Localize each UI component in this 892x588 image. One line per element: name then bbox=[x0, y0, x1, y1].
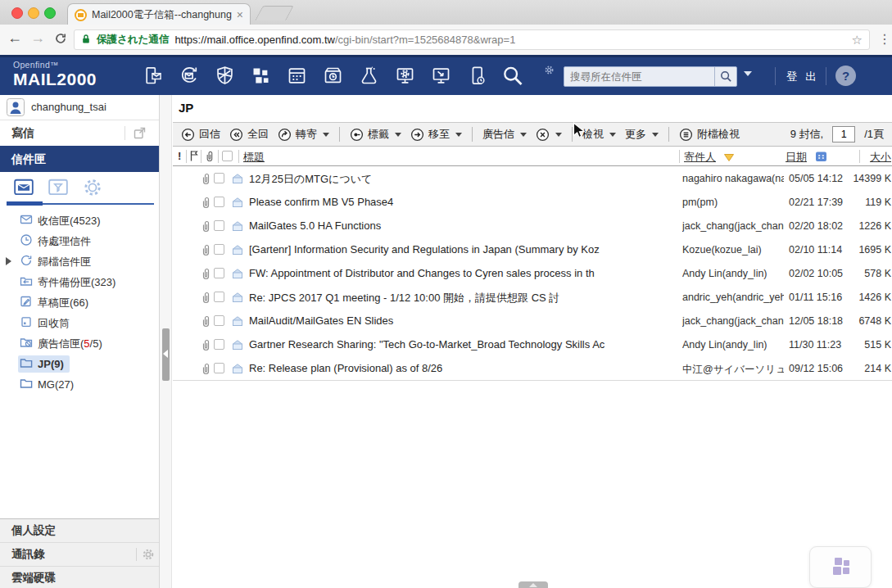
folder-item[interactable]: MG(27) bbox=[0, 375, 159, 396]
calendar-icon[interactable] bbox=[285, 64, 308, 87]
forward-button[interactable]: → bbox=[28, 29, 48, 47]
toolbar-button-附檔檢視[interactable]: 附檔檢視 bbox=[679, 127, 740, 142]
mail-row[interactable]: Re: Release plan (Provisional) as of 8/2… bbox=[173, 356, 892, 381]
mail-checkbox[interactable] bbox=[214, 244, 224, 255]
toolbar-button-檢視[interactable]: 檢視 bbox=[582, 127, 616, 142]
logout-button[interactable]: 登 出 bbox=[786, 70, 819, 84]
mobile-sync-icon[interactable] bbox=[465, 64, 488, 87]
folder-item[interactable]: 待處理信件 bbox=[0, 232, 159, 252]
app-blocks-icon[interactable] bbox=[249, 64, 272, 87]
column-subject[interactable]: 標題 bbox=[243, 150, 265, 165]
sidebar-item-personal-settings[interactable]: 個人設定 bbox=[0, 519, 159, 543]
contacts-settings-gear-icon[interactable] bbox=[142, 548, 155, 564]
folder-item[interactable]: 草稿匣(66) bbox=[0, 293, 159, 314]
archive-box-icon[interactable] bbox=[321, 64, 344, 87]
monitor-settings-icon[interactable] bbox=[393, 64, 416, 87]
compose-new-window-icon[interactable] bbox=[133, 126, 147, 143]
tab-folder-settings-icon[interactable] bbox=[82, 177, 103, 201]
toolbar-button-轉寄[interactable]: 轉寄 bbox=[278, 127, 329, 142]
mail-subject[interactable]: MailGates 5.0 HA Functions bbox=[249, 219, 671, 232]
back-button[interactable]: ← bbox=[5, 29, 25, 47]
tab-close-icon[interactable]: × bbox=[237, 9, 243, 20]
mail-checkbox[interactable] bbox=[214, 292, 224, 302]
mail-row[interactable]: MailGates 5.0 HA Functionsjack_chang(jac… bbox=[173, 214, 892, 238]
column-attachment-icon[interactable] bbox=[204, 150, 215, 165]
mail-subject[interactable]: Gartner Research Sharing: "Tech Go-to-Ma… bbox=[249, 338, 671, 351]
toolbar-button-delete[interactable] bbox=[536, 128, 562, 142]
webmail-icon[interactable] bbox=[141, 64, 164, 87]
mail-row[interactable]: MailAudit/MailGates EN Slidesjack_chang(… bbox=[173, 309, 892, 333]
mail-subject[interactable]: FW: Appointment of Distributor and Chang… bbox=[249, 267, 671, 279]
settings-gear-icon[interactable] bbox=[537, 64, 560, 87]
window-close-button[interactable] bbox=[11, 7, 23, 19]
splitter-collapse-handle[interactable] bbox=[162, 328, 170, 381]
mail-subject[interactable]: Please confirm MB V5 Phase4 bbox=[249, 196, 671, 208]
window-zoom-button[interactable] bbox=[44, 7, 56, 19]
mail-checkbox[interactable] bbox=[214, 173, 224, 183]
column-priority[interactable]: ! bbox=[178, 150, 181, 162]
mail-row[interactable]: [Gartenr] Information Security and Regul… bbox=[173, 237, 892, 262]
mail-row[interactable]: Gartner Research Sharing: "Tech Go-to-Ma… bbox=[173, 332, 892, 357]
mail-subject[interactable]: Re: JPCS 2017 Q1 meeting - 1/12 10:00 開始… bbox=[249, 291, 671, 305]
sidebar-item-cloud-drive[interactable]: 雲端硬碟 bbox=[0, 567, 159, 588]
mail-checkbox[interactable] bbox=[214, 339, 224, 350]
toolbar-button-更多[interactable]: 更多 bbox=[625, 127, 659, 142]
page-number-input[interactable] bbox=[832, 126, 855, 142]
toolbar-button-label: 附檔檢視 bbox=[697, 127, 740, 142]
mail-subject[interactable]: Re: Release plan (Provisional) as of 8/2… bbox=[249, 362, 671, 374]
tab-filter-folders-icon[interactable] bbox=[48, 177, 69, 201]
mail-subject[interactable]: 12月25日のMTGについて bbox=[249, 172, 671, 187]
search-options-caret-icon[interactable] bbox=[744, 71, 752, 76]
mail-checkbox[interactable] bbox=[214, 315, 224, 326]
date-calendar-icon[interactable] bbox=[815, 151, 827, 165]
folder-item[interactable]: JP(9) bbox=[0, 355, 159, 375]
security-shield-icon[interactable] bbox=[213, 64, 236, 87]
column-date[interactable]: 日期 bbox=[786, 150, 807, 165]
labs-flask-icon[interactable] bbox=[357, 64, 380, 87]
browser-menu-icon[interactable]: ⋮ bbox=[878, 31, 891, 47]
folder-item[interactable]: 寄件備份匣(323) bbox=[0, 273, 159, 293]
column-sender[interactable]: 寄件人 bbox=[684, 150, 716, 165]
bookmark-star-icon[interactable]: ☆ bbox=[852, 33, 863, 47]
monitor-share-icon[interactable] bbox=[429, 64, 452, 87]
mail-row[interactable]: Please confirm MB V5 Phase4pm(pm)02/21 1… bbox=[173, 190, 892, 215]
mail-row[interactable]: Re: JPCS 2017 Q1 meeting - 1/12 10:00 開始… bbox=[173, 285, 892, 310]
mail-row[interactable]: FW: Appointment of Distributor and Chang… bbox=[173, 261, 892, 286]
folder-item[interactable]: 回收筒 bbox=[0, 314, 159, 334]
mail-row[interactable]: 12月25日のMTGについてnagahiro nakagawa(nak05/05… bbox=[173, 166, 892, 191]
tab-mail-folders-icon[interactable] bbox=[13, 177, 34, 201]
search-submit-button[interactable] bbox=[714, 67, 736, 86]
mail-checkbox[interactable] bbox=[214, 363, 224, 373]
select-all-checkbox[interactable] bbox=[222, 151, 233, 161]
folder-item[interactable]: 收信匣(4523) bbox=[0, 211, 159, 232]
search-icon[interactable] bbox=[501, 64, 524, 87]
mail-sync-icon[interactable] bbox=[177, 64, 200, 87]
mail-subject[interactable]: MailAudit/MailGates EN Slides bbox=[249, 314, 671, 327]
column-size[interactable]: 大小 bbox=[870, 150, 891, 165]
toolbar-button-廣告信[interactable]: 廣告信 bbox=[482, 127, 527, 142]
mail-size: 14399 K bbox=[853, 173, 891, 184]
browser-tab[interactable]: Mail2000電子信箱--changhung × bbox=[67, 3, 251, 25]
mail-checkbox[interactable] bbox=[214, 197, 224, 207]
mail-subject[interactable]: [Gartenr] Information Security and Regul… bbox=[249, 243, 671, 256]
bottom-drawer-handle[interactable] bbox=[518, 581, 548, 588]
window-minimize-button[interactable] bbox=[28, 7, 39, 19]
toolbar-button-回信[interactable]: 回信 bbox=[181, 127, 220, 142]
help-icon[interactable]: ? bbox=[835, 66, 856, 86]
expand-arrow-icon[interactable] bbox=[6, 257, 11, 265]
new-tab-button[interactable] bbox=[255, 6, 294, 20]
toolbar-button-標籤[interactable]: 標籤 bbox=[350, 127, 401, 142]
toolbar-button-全回[interactable]: 全回 bbox=[229, 127, 269, 142]
toolbar-button-移至[interactable]: 移至 bbox=[410, 127, 462, 142]
mail-checkbox[interactable] bbox=[214, 220, 224, 231]
mail-checkbox[interactable] bbox=[214, 268, 224, 278]
compose-button[interactable]: 寫信 bbox=[0, 120, 159, 146]
search-input[interactable] bbox=[564, 71, 714, 83]
folder-item[interactable]: 廣告信匣(5/5) bbox=[0, 334, 159, 355]
column-flag-icon[interactable] bbox=[189, 150, 199, 164]
folder-item[interactable]: 歸檔信件匣 bbox=[0, 252, 159, 273]
address-bar[interactable]: 保護された通信 https://mail.office.openfind.com… bbox=[74, 29, 870, 50]
refresh-button[interactable] bbox=[51, 32, 70, 49]
quick-apps-button[interactable] bbox=[809, 546, 872, 588]
sidebar-item-contacts[interactable]: 通訊錄 bbox=[0, 543, 159, 567]
